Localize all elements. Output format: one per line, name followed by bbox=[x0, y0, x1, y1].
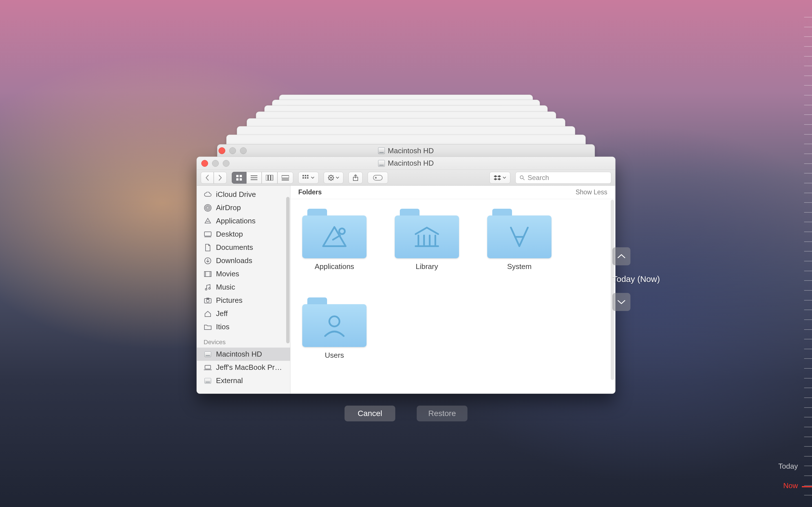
grid-icon bbox=[236, 175, 242, 181]
arrange-icon bbox=[303, 175, 309, 180]
airdrop-icon bbox=[204, 204, 212, 212]
sidebar-item[interactable]: Music bbox=[197, 281, 290, 294]
svg-rect-0 bbox=[236, 175, 239, 177]
dropbox-button[interactable] bbox=[490, 172, 510, 184]
sidebar-item-label: Jeff bbox=[216, 309, 227, 318]
chevron-down-icon bbox=[336, 177, 339, 179]
close-icon[interactable] bbox=[201, 160, 208, 167]
search-field[interactable] bbox=[515, 172, 611, 184]
snapshot-window-1[interactable]: Macintosh HD bbox=[217, 144, 595, 157]
svg-point-59 bbox=[329, 316, 340, 327]
svg-point-34 bbox=[207, 207, 209, 209]
finder-window: Macintosh HD bbox=[197, 157, 615, 394]
zoom-icon bbox=[223, 160, 230, 167]
sidebar-scrollbar[interactable] bbox=[286, 197, 290, 343]
svg-line-33 bbox=[523, 178, 524, 180]
laptop-icon bbox=[204, 363, 212, 372]
list-icon bbox=[251, 175, 257, 180]
view-mode-buttons bbox=[232, 172, 293, 184]
svg-line-52 bbox=[333, 235, 340, 240]
close-icon[interactable] bbox=[218, 147, 225, 154]
svg-rect-49 bbox=[205, 365, 211, 369]
show-less-link[interactable]: Show Less bbox=[575, 188, 607, 196]
svg-point-45 bbox=[209, 288, 210, 289]
restore-button[interactable]: Restore bbox=[417, 406, 467, 421]
timeline-now-label: Now bbox=[778, 482, 798, 490]
sidebar-item[interactable]: Jeff's MacBook Pr… bbox=[197, 361, 290, 374]
sidebar-item[interactable]: Downloads bbox=[197, 254, 290, 267]
content-section-header: Folders bbox=[298, 188, 322, 196]
nav-buttons bbox=[201, 172, 227, 184]
folder-label: Users bbox=[325, 351, 344, 360]
folder-label: Applications bbox=[315, 262, 354, 271]
music-icon bbox=[204, 283, 212, 291]
svg-point-20 bbox=[330, 177, 332, 179]
chevron-left-icon bbox=[205, 175, 209, 181]
svg-rect-13 bbox=[303, 175, 304, 176]
svg-rect-2 bbox=[236, 178, 239, 180]
tags-button[interactable] bbox=[368, 172, 388, 184]
cancel-button[interactable]: Cancel bbox=[345, 406, 395, 421]
column-view-button[interactable] bbox=[262, 172, 277, 184]
coverflow-view-button[interactable] bbox=[277, 172, 293, 184]
action-button[interactable] bbox=[324, 172, 343, 184]
timeline-scale-labels: Today Now bbox=[778, 462, 798, 490]
sidebar-item-label: Jeff's MacBook Pr… bbox=[216, 363, 282, 372]
timeline-today-label: Today bbox=[778, 462, 798, 471]
forward-button[interactable] bbox=[214, 172, 227, 184]
chevron-down-icon bbox=[311, 177, 314, 179]
chevron-down-icon bbox=[617, 299, 625, 304]
home-icon bbox=[204, 309, 212, 318]
chevron-right-icon bbox=[218, 175, 222, 181]
sidebar-item[interactable]: Macintosh HD bbox=[197, 348, 290, 361]
sidebar-item-label: Movies bbox=[216, 270, 239, 278]
sidebar-item[interactable]: Applications bbox=[197, 214, 290, 228]
sidebar-item[interactable]: Documents bbox=[197, 241, 290, 254]
svg-line-25 bbox=[329, 175, 329, 176]
svg-rect-14 bbox=[305, 175, 306, 176]
chevron-down-icon bbox=[503, 177, 506, 179]
svg-rect-9 bbox=[271, 175, 273, 180]
share-button[interactable] bbox=[349, 172, 363, 184]
folder-icon bbox=[487, 208, 552, 258]
svg-point-51 bbox=[339, 228, 345, 234]
folder-item[interactable]: Users bbox=[302, 296, 367, 360]
folder-item[interactable]: System bbox=[487, 208, 552, 271]
svg-rect-1 bbox=[240, 175, 242, 177]
search-input[interactable] bbox=[527, 174, 607, 182]
icon-view-button[interactable] bbox=[232, 172, 246, 184]
pictures-icon bbox=[204, 296, 212, 305]
sidebar-item[interactable]: Movies bbox=[197, 267, 290, 281]
svg-point-32 bbox=[520, 175, 523, 179]
folder-item[interactable]: Applications bbox=[302, 208, 367, 271]
back-button[interactable] bbox=[201, 172, 214, 184]
content-area: Folders Show Less Applications Library S… bbox=[290, 186, 615, 393]
svg-line-26 bbox=[333, 179, 333, 180]
timeline-prev-button[interactable] bbox=[612, 247, 630, 265]
sidebar-item[interactable]: iCloud Drive bbox=[197, 188, 290, 201]
sidebar-item[interactable]: Desktop bbox=[197, 228, 290, 241]
folder-item[interactable]: Library bbox=[394, 208, 460, 271]
sidebar-item[interactable]: Itios bbox=[197, 320, 290, 334]
arrange-button[interactable] bbox=[298, 172, 319, 184]
sidebar-item[interactable]: AirDrop bbox=[197, 201, 290, 214]
svg-rect-8 bbox=[268, 175, 270, 180]
sidebar: iCloud DriveAirDropApplicationsDesktopDo… bbox=[197, 186, 290, 393]
action-group bbox=[324, 172, 343, 184]
sidebar-item[interactable]: Jeff bbox=[197, 307, 290, 320]
timeline-next-button[interactable] bbox=[612, 293, 630, 311]
sidebar-item[interactable]: External bbox=[197, 374, 290, 387]
svg-rect-18 bbox=[307, 177, 308, 179]
chevron-up-icon bbox=[617, 254, 625, 259]
sidebar-item-label: Applications bbox=[216, 217, 255, 225]
timeline-ticks[interactable] bbox=[801, 17, 812, 507]
hard-disk-icon bbox=[378, 147, 385, 154]
svg-rect-10 bbox=[282, 175, 289, 178]
titlebar[interactable]: Macintosh HD bbox=[197, 157, 615, 170]
sidebar-item[interactable]: Pictures bbox=[197, 294, 290, 307]
svg-point-44 bbox=[205, 288, 207, 290]
sidebar-item-label: Documents bbox=[216, 243, 253, 252]
svg-rect-3 bbox=[240, 178, 242, 180]
sidebar-item-label: Music bbox=[216, 283, 235, 291]
list-view-button[interactable] bbox=[246, 172, 262, 184]
